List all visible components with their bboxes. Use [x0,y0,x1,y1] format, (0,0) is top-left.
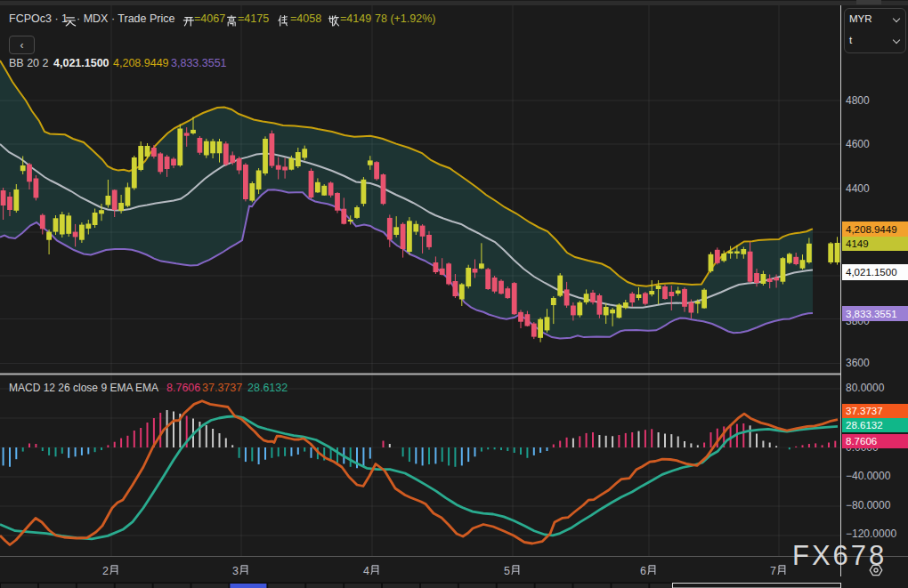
svg-text:4: 4 [363,565,369,577]
svg-text:6: 6 [640,565,646,577]
svg-text:3: 3 [232,565,239,577]
svg-text:7: 7 [770,565,776,577]
svg-text:2: 2 [102,565,109,577]
svg-text:5: 5 [504,565,510,577]
